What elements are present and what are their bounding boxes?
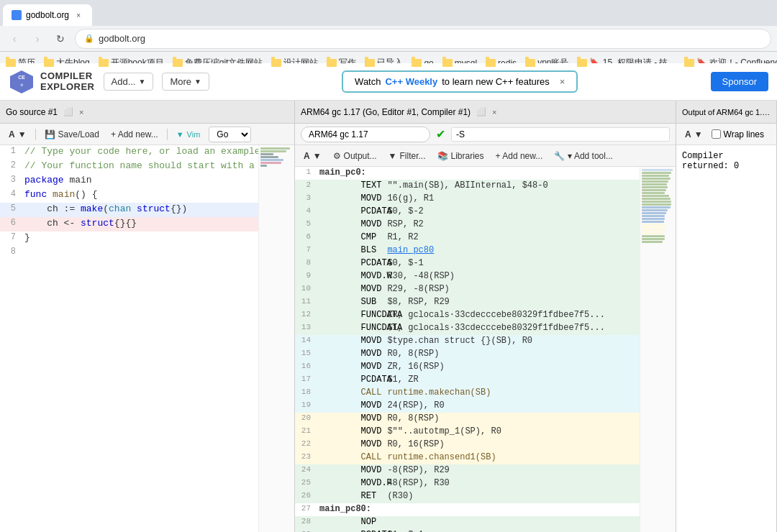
more-dropdown-arrow: ▼ bbox=[194, 78, 201, 86]
libraries-btn[interactable]: 📚 Libraries bbox=[435, 150, 487, 162]
folder-icon bbox=[99, 59, 109, 67]
logo-icon: CE ⚙ bbox=[9, 69, 35, 95]
assembly-content[interactable]: 1 main_pc0: 2 TEXT "".main(SB), ABIInter… bbox=[295, 167, 640, 532]
asm-line-11: 11 SUB $8, RSP, R29 bbox=[295, 296, 640, 309]
output-font-size-btn[interactable]: A▼ bbox=[682, 128, 706, 141]
font-size-btn[interactable]: A▼ bbox=[6, 128, 29, 141]
browser-tab[interactable]: godbolt.org × bbox=[3, 4, 92, 26]
back-button[interactable]: ‹ bbox=[6, 30, 23, 47]
asm-line-4: 4 PCDATA $0, $-2 bbox=[295, 206, 640, 219]
assembly-panel-title: ARM64 gc 1.17 (Go, Editor #1, Compiler #… bbox=[301, 107, 471, 117]
notification-link[interactable]: C++ Weekly bbox=[385, 76, 437, 87]
source-panel-close-btn[interactable]: × bbox=[79, 108, 83, 116]
language-select[interactable]: Go C++ Rust bbox=[209, 127, 251, 142]
folder-icon bbox=[412, 59, 422, 67]
toolbar-sep bbox=[35, 129, 36, 140]
assembly-panel-header: ARM64 gc 1.17 (Go, Editor #1, Compiler #… bbox=[295, 101, 676, 124]
asm-line-24: 24 MOVD -8(RSP), R29 bbox=[295, 464, 640, 477]
sponsor-button[interactable]: Sponsor bbox=[711, 72, 768, 91]
asm-line-22: 22 MOVD R0, 16(RSP) bbox=[295, 439, 640, 451]
code-line-8: 8 bbox=[0, 246, 258, 260]
notification-bar: Watch C++ Weekly to learn new C++ featur… bbox=[218, 70, 702, 93]
code-line-4: 4 func main() { bbox=[0, 188, 258, 203]
asm-minimap bbox=[640, 167, 676, 532]
source-code-editor[interactable]: 1 // Type your code here, or load an exa… bbox=[0, 145, 258, 532]
source-panel-header: Go source #1 ⬜ × bbox=[0, 101, 294, 124]
add-dropdown-arrow: ▼ bbox=[138, 78, 145, 86]
asm-line-21: 21 MOVD $""..autotmp_1(SP), R0 bbox=[295, 426, 640, 439]
asm-line-25: 25 MOVD.P 48(RSP), R30 bbox=[295, 477, 640, 490]
output-content: Compiler returned: 0 bbox=[676, 145, 776, 532]
asm-line-26: 26 RET (R30) bbox=[295, 490, 640, 503]
asm-line-28: 28 NOP bbox=[295, 516, 640, 529]
compiler-status-ok: ✔ bbox=[436, 127, 445, 141]
asm-line-7: 7 BLS main_pc80 bbox=[295, 244, 640, 257]
code-line-3: 3 package main bbox=[0, 174, 258, 188]
asm-line-17: 17 PCDATA $1, ZR bbox=[295, 374, 640, 387]
source-panel-expand-btn[interactable]: ⬜ bbox=[62, 106, 75, 119]
folder-icon bbox=[44, 59, 54, 67]
toolbar-sep2 bbox=[167, 129, 168, 140]
url-text: godbolt.org bbox=[99, 33, 145, 44]
folder-icon bbox=[577, 59, 587, 67]
add-button[interactable]: Add... ▼ bbox=[104, 73, 154, 91]
asm-line-8: 8 PCDATA $0, $-1 bbox=[295, 257, 640, 270]
code-line-2: 2 // Your function name should start wit… bbox=[0, 160, 258, 174]
folder-icon bbox=[327, 59, 337, 67]
assembly-panel-close-btn[interactable]: × bbox=[492, 108, 496, 116]
lock-icon: 🔒 bbox=[84, 34, 94, 43]
assembly-panel-expand-btn[interactable]: ⬜ bbox=[475, 106, 488, 119]
save-load-btn[interactable]: 💾 Save/Load bbox=[42, 128, 102, 141]
address-bar[interactable]: 🔒 godbolt.org bbox=[75, 29, 771, 49]
folder-icon bbox=[6, 59, 16, 67]
forward-button[interactable]: › bbox=[29, 30, 46, 47]
code-line-7: 7 } bbox=[0, 231, 258, 246]
asm-line-18: 18 CALL runtime.makechan(SB) bbox=[295, 387, 640, 400]
asm-line-3: 3 MOVD 16(g), R1 bbox=[295, 193, 640, 206]
filter-btn[interactable]: ▼ Filter... bbox=[386, 150, 429, 162]
refresh-button[interactable]: ↻ bbox=[52, 30, 69, 47]
font-size-asm-btn[interactable]: A▼ bbox=[301, 150, 324, 162]
asm-line-23: 23 CALL runtime.chansend1(SB) bbox=[295, 451, 640, 464]
svg-text:CE: CE bbox=[18, 75, 25, 80]
folder-icon bbox=[525, 59, 535, 67]
asm-line-9: 9 MOVD.W R30, -48(RSP) bbox=[295, 270, 640, 283]
folder-icon bbox=[442, 59, 453, 67]
asm-line-12: 12 FUNCDATA ZR, gclocals·33cdecccebe8032… bbox=[295, 309, 640, 322]
asm-line-16: 16 MOVD ZR, 16(RSP) bbox=[295, 361, 640, 374]
compiler-flags-input[interactable] bbox=[451, 127, 670, 142]
folder-icon bbox=[173, 59, 183, 67]
source-panel-title: Go source #1 bbox=[6, 107, 58, 117]
folder-icon bbox=[684, 59, 694, 67]
asm-line-14: 14 MOVD $type.chan struct {}(SB), R0 bbox=[295, 335, 640, 348]
code-line-5: 5 ch := make(chan struct{}) bbox=[0, 203, 258, 217]
output-btn[interactable]: ⚙ Output... bbox=[330, 150, 380, 162]
output-panel-title: Output of ARM64 gc 1.17 (Com... bbox=[682, 108, 771, 116]
logo-text: COMPILER EXPLORER bbox=[40, 71, 95, 92]
compiler-select[interactable]: ARM64 gc 1.17 bbox=[301, 127, 430, 142]
asm-link-main_pc80[interactable]: main_pc80 bbox=[387, 245, 434, 255]
output-panel: Output of ARM64 gc 1.17 (Com... A▼ Wrap … bbox=[676, 101, 777, 532]
code-line-6: 6 ch <- struct{}{} bbox=[0, 217, 258, 231]
notification-close-btn[interactable]: × bbox=[560, 76, 565, 87]
app-header: CE ⚙ COMPILER EXPLORER Add... ▼ More ▼ W… bbox=[0, 63, 777, 101]
more-button[interactable]: More ▼ bbox=[162, 73, 209, 91]
source-minimap bbox=[258, 145, 294, 532]
folder-icon bbox=[486, 59, 496, 67]
asm-line-27: 27 main_pc80: bbox=[295, 503, 640, 516]
editor-toolbar: A▼ 💾 Save/Load + Add new... ▼ Vim Go C++… bbox=[0, 124, 294, 145]
wrap-lines-checkbox[interactable] bbox=[712, 129, 721, 139]
asm-line-15: 15 MOVD R0, 8(RSP) bbox=[295, 348, 640, 361]
asm-line-6: 6 CMP R1, R2 bbox=[295, 231, 640, 244]
notification-box: Watch C++ Weekly to learn new C++ featur… bbox=[342, 70, 578, 93]
add-tool-btn[interactable]: 🔧 ▾ Add tool... bbox=[551, 150, 616, 162]
add-new-asm-btn[interactable]: + Add new... bbox=[493, 150, 546, 162]
wrap-lines-label[interactable]: Wrap lines bbox=[712, 129, 764, 139]
tab-label: godbolt.org bbox=[26, 10, 69, 20]
add-new-btn[interactable]: + Add new... bbox=[108, 128, 161, 141]
asm-line-2: 2 TEXT "".main(SB), ABIInternal, $48-0 bbox=[295, 180, 640, 193]
output-toolbar: A▼ Wrap lines bbox=[676, 124, 776, 145]
asm-line-13: 13 FUNCDATA $1, gclocals·33cdecccebe8032… bbox=[295, 322, 640, 335]
vim-btn[interactable]: ▼ Vim bbox=[173, 129, 204, 140]
tab-close-btn[interactable]: × bbox=[73, 10, 83, 20]
